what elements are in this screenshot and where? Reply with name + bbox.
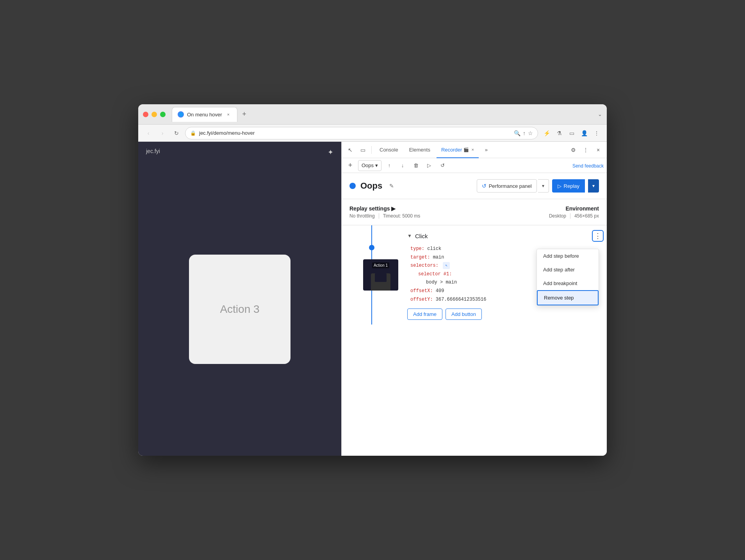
ctx-remove-step[interactable]: Remove step bbox=[537, 290, 599, 305]
devtools-more-btn[interactable]: ⋮ bbox=[580, 144, 591, 155]
tab-divider bbox=[371, 146, 372, 154]
env-divider bbox=[570, 213, 570, 219]
tab-more[interactable]: » bbox=[480, 142, 492, 158]
type-value: click bbox=[427, 246, 441, 251]
address-bar[interactable]: 🔒 jec.fyi/demo/menu-hover 🔍 ↑ ☆ bbox=[185, 127, 538, 139]
selectors-key: selectors: bbox=[410, 263, 438, 268]
more-options-icon[interactable]: ⋮ bbox=[591, 128, 602, 139]
recording-status-dot bbox=[349, 183, 356, 189]
offsetX-value: 409 bbox=[436, 288, 444, 294]
target-key: target: bbox=[410, 255, 430, 260]
add-recording-btn[interactable]: + bbox=[345, 160, 356, 171]
extensions-icon[interactable]: ⚡ bbox=[541, 128, 552, 139]
ctx-add-step-before[interactable]: Add step before bbox=[537, 249, 599, 263]
offsetY-key: offsetY: bbox=[410, 297, 433, 302]
ctx-add-breakpoint-label: Add breakpoint bbox=[543, 280, 577, 286]
recording-selector-dropdown[interactable]: Oops ▾ bbox=[358, 160, 381, 171]
no-throttling-label: No throttling bbox=[349, 213, 375, 219]
offsetX-key: offsetX: bbox=[410, 288, 433, 294]
page-content: jec.fyi ✦ Action 3 bbox=[138, 142, 341, 456]
devtools-close-btn[interactable]: × bbox=[593, 144, 604, 155]
target-value: main bbox=[433, 255, 444, 260]
perf-panel-label: Performance panel bbox=[489, 183, 532, 189]
page-body: Action 3 bbox=[138, 163, 341, 456]
offsetY-value: 367.66666412353516 bbox=[436, 297, 487, 302]
devtools-toggle-icon[interactable]: ▭ bbox=[566, 128, 577, 139]
reload-button[interactable]: ↻ bbox=[171, 128, 182, 139]
maximize-traffic-light[interactable] bbox=[160, 112, 166, 117]
cursor-tool-btn[interactable]: ↖ bbox=[345, 144, 356, 155]
perf-icon: ↺ bbox=[482, 183, 487, 189]
back-button[interactable]: ‹ bbox=[143, 128, 154, 139]
devtools-settings-btn[interactable]: ⚙ bbox=[568, 144, 579, 155]
expand-icon[interactable]: ▼ bbox=[407, 233, 412, 239]
add-button-btn[interactable]: Add button bbox=[446, 309, 482, 320]
recording-title: Oops bbox=[360, 181, 382, 191]
lock-icon: 🔒 bbox=[190, 130, 196, 136]
add-frame-btn[interactable]: Add frame bbox=[407, 309, 442, 320]
action-label: Action 3 bbox=[220, 303, 259, 316]
preview-inner bbox=[375, 273, 387, 282]
performance-panel-btn[interactable]: ↺ Performance panel bbox=[477, 179, 537, 193]
ctx-add-step-after[interactable]: Add step after bbox=[537, 263, 599, 276]
tab-console[interactable]: Console bbox=[375, 142, 403, 158]
preview-shape bbox=[371, 273, 390, 291]
recorder-toolbar-right: Send feedback bbox=[572, 162, 604, 169]
recorder-toolbar: + Oops ▾ ↑ ↓ 🗑 ▷ ↺ Send feedback bbox=[342, 158, 607, 173]
recorder-close-btn[interactable]: × bbox=[471, 147, 474, 152]
new-tab-button[interactable]: + bbox=[239, 109, 250, 120]
ctx-add-step-after-label: Add step after bbox=[543, 267, 575, 273]
undo-btn[interactable]: ↺ bbox=[437, 160, 448, 171]
main-content: jec.fyi ✦ Action 3 ↖ ▭ Console Elements bbox=[138, 142, 607, 456]
replay-settings-values: No throttling Timeout: 5000 ms bbox=[349, 213, 473, 219]
replay-dropdown-btn[interactable]: ▾ bbox=[588, 179, 599, 193]
traffic-lights bbox=[143, 112, 166, 117]
close-traffic-light[interactable] bbox=[143, 112, 148, 117]
tab-bar: 🌐 On menu hover × + bbox=[172, 107, 595, 122]
tab-close-btn[interactable]: × bbox=[225, 111, 232, 118]
step-preview-image: Action 1 bbox=[363, 259, 398, 291]
tab-title: On menu hover bbox=[187, 112, 222, 118]
replay-settings-label: Replay settings bbox=[349, 205, 390, 212]
selector-icon[interactable]: ↖ bbox=[443, 262, 450, 269]
theme-toggle-icon[interactable]: ✦ bbox=[328, 148, 333, 157]
devtools-toolbar: ↖ ▭ Console Elements Recorder 🎬 × » bbox=[342, 142, 607, 158]
forward-button[interactable]: › bbox=[157, 128, 168, 139]
step-preview: Action 1 bbox=[357, 225, 404, 325]
replay-play-icon: ▷ bbox=[558, 183, 561, 189]
send-feedback-link[interactable]: Send feedback bbox=[572, 163, 604, 169]
tab-recorder[interactable]: Recorder 🎬 × bbox=[437, 142, 479, 158]
active-tab[interactable]: 🌐 On menu hover × bbox=[172, 107, 237, 122]
recorder-icon: 🎬 bbox=[463, 147, 469, 152]
minimize-traffic-light[interactable] bbox=[151, 112, 157, 117]
chevron-down-icon: ⌄ bbox=[598, 111, 602, 117]
dropdown-arrow-icon: ▾ bbox=[375, 162, 378, 168]
edit-title-btn[interactable]: ✎ bbox=[387, 181, 396, 191]
search-icon[interactable]: 🔍 bbox=[514, 130, 520, 136]
play-recording-btn[interactable]: ▷ bbox=[424, 160, 435, 171]
lab-icon[interactable]: ⚗ bbox=[554, 128, 565, 139]
ctx-add-breakpoint[interactable]: Add breakpoint bbox=[537, 276, 599, 290]
delete-recording-btn[interactable]: 🗑 bbox=[410, 160, 421, 171]
settings-arrow-icon: ▶ bbox=[391, 205, 396, 212]
perf-panel-dropdown-btn[interactable]: ▾ bbox=[538, 179, 549, 193]
profile-icon[interactable]: 👤 bbox=[579, 128, 590, 139]
environment-title: Environment bbox=[476, 205, 599, 212]
environment-section: Environment Desktop 456×685 px bbox=[476, 205, 599, 219]
device-tool-btn[interactable]: ▭ bbox=[357, 144, 368, 155]
selector-num-key: selector #1: bbox=[418, 271, 452, 277]
context-menu: Add step before Add step after Add break… bbox=[536, 249, 599, 306]
share-icon[interactable]: ↑ bbox=[523, 130, 526, 136]
tab-elements[interactable]: Elements bbox=[405, 142, 435, 158]
replay-btn[interactable]: ▷ Replay bbox=[552, 179, 585, 193]
console-tab-label: Console bbox=[380, 147, 398, 153]
bookmark-icon[interactable]: ☆ bbox=[528, 130, 533, 136]
export-btn[interactable]: ↑ bbox=[384, 160, 395, 171]
devtools-right-toolbar: ⚙ ⋮ × bbox=[568, 144, 604, 155]
step-menu-btn[interactable]: ⋮ bbox=[592, 230, 604, 242]
steps-area[interactable]: Action 1 ▼ Click ⋮ bbox=[342, 225, 607, 456]
navigation-bar: ‹ › ↻ 🔒 jec.fyi/demo/menu-hover 🔍 ↑ ☆ ⚡ … bbox=[138, 125, 607, 142]
replay-settings-title[interactable]: Replay settings ▶ bbox=[349, 205, 473, 212]
address-text: jec.fyi/demo/menu-hover bbox=[199, 130, 511, 136]
import-btn[interactable]: ↓ bbox=[397, 160, 408, 171]
